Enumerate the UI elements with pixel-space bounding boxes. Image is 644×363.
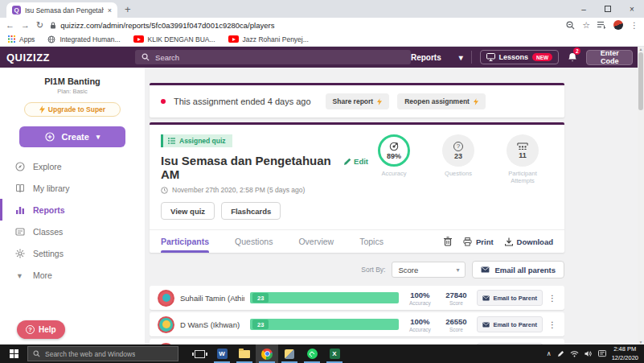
- create-button[interactable]: Create ▾: [19, 126, 125, 147]
- taskbar-clock[interactable]: 2:48 PM 12/2/2020: [612, 345, 638, 361]
- scrollbar-thumb[interactable]: [638, 52, 643, 110]
- pen-icon[interactable]: [557, 350, 564, 357]
- minimize-button[interactable]: –: [572, 0, 596, 18]
- file-explorer-button[interactable]: [233, 344, 256, 363]
- compass-icon: [14, 162, 25, 171]
- reading-list-icon[interactable]: [597, 21, 606, 29]
- sidebar-item-reports[interactable]: Reports: [0, 199, 145, 221]
- page-scrollbar[interactable]: ▲ ▼: [638, 47, 644, 344]
- start-button[interactable]: [0, 344, 27, 363]
- forward-icon[interactable]: →: [21, 21, 30, 30]
- pencil-icon: [344, 158, 351, 165]
- lessons-button[interactable]: Lessons new: [480, 50, 560, 64]
- reports-dropdown[interactable]: Reports ▾: [411, 53, 463, 62]
- email-parent-label: Email to Parent: [493, 321, 537, 328]
- correct-count-chip: 23: [252, 293, 269, 303]
- tray-chevron-icon[interactable]: ∧: [547, 350, 552, 357]
- browser-menu-icon[interactable]: ⋮: [630, 21, 638, 30]
- action-center-icon[interactable]: [598, 350, 606, 357]
- email-all-label: Email all parents: [494, 266, 556, 274]
- taskbar-search-input[interactable]: Search the web and Windows: [27, 346, 178, 361]
- task-view-button[interactable]: [188, 344, 211, 363]
- scroll-down-icon[interactable]: ▼: [639, 340, 643, 344]
- url-field[interactable]: quizizz.com/admin/reports/5fc0a3991f047d…: [50, 21, 560, 30]
- participant-name[interactable]: D WanS (Ikhwan): [180, 320, 244, 329]
- participant-name[interactable]: Suhaili Tamin (Athirah ...: [180, 294, 244, 303]
- upgrade-button[interactable]: Upgrade to Super: [24, 102, 121, 117]
- sidebar-item-label: Explore: [33, 162, 62, 171]
- participant-row: D WanS (Ikhwan) 23 100%Accuracy 26550Sco…: [150, 312, 564, 336]
- maps-taskbar-button[interactable]: [278, 344, 301, 363]
- sidebar-item-settings[interactable]: Settings: [0, 242, 145, 264]
- print-button[interactable]: Print: [463, 237, 494, 246]
- close-window-button[interactable]: ×: [620, 0, 644, 18]
- wifi-icon[interactable]: [570, 350, 579, 357]
- bookmark-apps[interactable]: Apps: [8, 35, 35, 43]
- participant-avatar: [158, 343, 174, 345]
- tab-overview[interactable]: Overview: [298, 230, 334, 253]
- bookmark-integrated-human[interactable]: Integrated Human...: [47, 35, 120, 43]
- trash-icon[interactable]: [444, 237, 452, 246]
- email-to-parent-button[interactable]: Email to Parent: [477, 290, 543, 306]
- share-report-button[interactable]: Share report: [326, 93, 390, 109]
- sidebar-item-label: Reports: [33, 205, 65, 215]
- search-placeholder: Search: [155, 53, 179, 62]
- browser-tab-strip: Q Isu Semasa dan Pengetahuan AM × + – ×: [0, 0, 644, 18]
- header-search-input[interactable]: Search: [135, 50, 411, 64]
- email-to-parent-button[interactable]: Email to Parent: [477, 316, 543, 332]
- restore-button[interactable]: [596, 0, 620, 18]
- envelope-icon: [482, 295, 490, 301]
- tab-close-icon[interactable]: ×: [108, 6, 112, 14]
- quizizz-logo[interactable]: QUIZIZZ: [6, 52, 50, 64]
- participants-circle: 11: [507, 134, 539, 167]
- avatar-glyph-icon: [162, 320, 170, 328]
- whatsapp-taskbar-button[interactable]: [301, 344, 323, 363]
- back-icon[interactable]: ←: [6, 21, 14, 30]
- sidebar-menu: Explore My library Reports Classes Setti…: [0, 155, 145, 286]
- reopen-assignment-button[interactable]: Reopen assignment: [397, 93, 486, 109]
- tab-questions[interactable]: Questions: [235, 230, 273, 253]
- youtube-icon: [228, 35, 239, 43]
- gear-icon: [14, 249, 25, 258]
- notifications-bell[interactable]: 2: [567, 50, 578, 64]
- sidebar-item-explore[interactable]: Explore: [0, 155, 145, 177]
- bookmark-label: Apps: [19, 35, 35, 43]
- edit-quiz-link[interactable]: Edit: [344, 157, 368, 166]
- flashcards-button[interactable]: Flashcards: [221, 202, 281, 220]
- chevron-down-icon: ▾: [459, 53, 463, 62]
- view-quiz-button[interactable]: View quiz: [161, 202, 215, 220]
- speaker-icon[interactable]: [585, 350, 593, 357]
- stat-participant-attempts: 11 Participant Attempts: [497, 134, 548, 221]
- row-menu-icon[interactable]: ⋮: [548, 320, 556, 329]
- sidebar-item-more[interactable]: ▾ More: [0, 264, 145, 286]
- email-to-parent-button[interactable]: Email to Parent: [477, 343, 543, 344]
- banner-message: This assignment ended 4 days ago: [174, 97, 311, 106]
- bookmark-klik-dengan[interactable]: KLIK DENGAN BUA...: [133, 35, 215, 43]
- sidebar-item-classes[interactable]: Classes: [0, 221, 145, 242]
- bookmark-star-icon[interactable]: ☆: [582, 21, 590, 30]
- sort-select[interactable]: Score ▾: [392, 262, 466, 278]
- bookmark-jazz-rohani[interactable]: Jazz Rohani Penyej...: [228, 35, 309, 43]
- email-all-parents-button[interactable]: Email all parents: [472, 261, 564, 278]
- browser-profile-avatar[interactable]: [613, 20, 623, 30]
- row-score: 27840Score: [441, 291, 471, 306]
- download-button[interactable]: Download: [505, 237, 553, 246]
- sidebar-item-my-library[interactable]: My library: [0, 177, 145, 199]
- new-tab-button[interactable]: +: [125, 3, 131, 15]
- tab-topics[interactable]: Topics: [359, 230, 384, 253]
- tab-participants[interactable]: Participants: [161, 230, 209, 253]
- chrome-icon: [261, 349, 273, 360]
- refresh-icon[interactable]: ↻: [36, 21, 43, 30]
- excel-taskbar-button[interactable]: X: [323, 344, 346, 363]
- browser-tab[interactable]: Q Isu Semasa dan Pengetahuan AM ×: [6, 2, 117, 18]
- help-button[interactable]: ? Help: [17, 320, 65, 339]
- participant-row: hazmi fakhri (hazmi fak... 23 100%Accura…: [150, 339, 564, 344]
- enter-code-button[interactable]: Enter Code: [586, 50, 633, 65]
- scroll-up-icon[interactable]: ▲: [639, 47, 643, 52]
- chrome-taskbar-button[interactable]: [256, 344, 278, 363]
- upgrade-label: Upgrade to Super: [48, 105, 105, 113]
- target-icon: [389, 142, 399, 151]
- word-taskbar-button[interactable]: W: [211, 344, 233, 363]
- row-menu-icon[interactable]: ⋮: [548, 294, 556, 303]
- zoom-icon[interactable]: [566, 21, 575, 30]
